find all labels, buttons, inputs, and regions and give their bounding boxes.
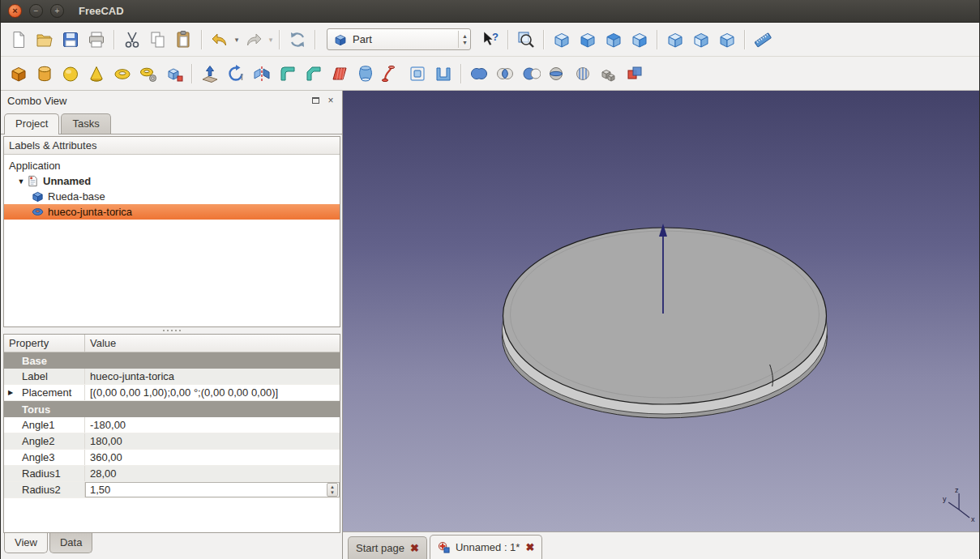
revolve-button[interactable] <box>223 61 249 87</box>
section-button[interactable] <box>544 61 570 87</box>
shape-builder-button[interactable] <box>161 61 187 87</box>
document-tabbar: Start page ✖ Unnamed : 1* ✖ <box>343 531 979 559</box>
property-value[interactable]: 28,00 <box>85 466 340 481</box>
tree-item-application[interactable]: Application <box>4 158 340 173</box>
sweep-button[interactable] <box>379 61 404 87</box>
property-name: Radius2 <box>22 484 61 496</box>
measure-button[interactable] <box>750 27 776 53</box>
compound-button[interactable] <box>596 61 622 87</box>
tree-item-hueco-junta-torica[interactable]: hueco-junta-torica <box>4 204 340 220</box>
cut-button[interactable] <box>119 27 145 53</box>
tab-close-icon[interactable]: ✖ <box>410 543 419 553</box>
expand-arrow-icon[interactable]: ▶ <box>8 389 13 396</box>
spin-down-icon[interactable]: ▼ <box>327 490 337 497</box>
open-document-button[interactable] <box>32 27 58 53</box>
axonometric-view-button[interactable] <box>549 27 575 53</box>
redo-dropdown-arrow[interactable]: ▾ <box>267 36 275 44</box>
tab-unnamed-document[interactable]: Unnamed : 1* ✖ <box>430 535 542 559</box>
panel-float-button[interactable] <box>309 95 322 107</box>
property-value[interactable]: 360,00 <box>85 450 340 465</box>
bottom-view-button[interactable] <box>688 27 714 53</box>
whats-this-button[interactable]: ? <box>477 27 503 53</box>
fillet-button[interactable] <box>275 61 301 87</box>
box-button[interactable] <box>6 61 32 87</box>
value-spinbox[interactable]: ▲▼ <box>327 483 338 497</box>
tree-item-rueda-base[interactable]: Rueda-base <box>4 189 340 204</box>
refresh-button[interactable] <box>285 27 310 53</box>
redo-button[interactable] <box>241 27 267 53</box>
new-document-button[interactable] <box>6 27 32 53</box>
paste-button[interactable] <box>171 27 197 53</box>
undo-dropdown-arrow[interactable]: ▾ <box>233 36 241 44</box>
fit-all-button[interactable] <box>513 27 539 53</box>
property-row-angle3[interactable]: Angle3 360,00 <box>4 450 340 466</box>
column-property[interactable]: Property <box>4 335 85 352</box>
tab-data[interactable]: Data <box>49 533 92 553</box>
mirror-button[interactable] <box>249 61 275 87</box>
tab-project[interactable]: Project <box>4 113 59 134</box>
property-name: Angle1 <box>22 419 54 431</box>
panel-close-button[interactable]: × <box>324 95 337 107</box>
boolean-button[interactable] <box>622 61 648 87</box>
chamfer-button[interactable] <box>301 61 327 87</box>
window-close-button[interactable]: × <box>8 4 22 18</box>
copy-button[interactable] <box>145 27 171 53</box>
thickness-button[interactable] <box>430 61 456 87</box>
property-value[interactable]: hueco-junta-torica <box>85 369 340 384</box>
property-row-placement[interactable]: ▶Placement [(0,00 0,00 1,00);0,00 °;(0,0… <box>4 385 340 401</box>
box-icon <box>9 64 28 83</box>
panel-splitter[interactable] <box>3 327 340 334</box>
axis-label-x: x <box>971 515 975 523</box>
ruled-surface-button[interactable] <box>327 61 353 87</box>
front-view-button[interactable] <box>575 27 601 53</box>
property-row-radius2[interactable]: Radius2 1,50 ▲▼ <box>4 482 340 498</box>
property-value[interactable]: 180,00 <box>85 433 340 449</box>
offset-button[interactable] <box>404 61 430 87</box>
spin-up-icon[interactable]: ▲ <box>327 484 337 490</box>
tab-start-page[interactable]: Start page ✖ <box>348 536 427 559</box>
tab-view[interactable]: View <box>4 533 48 553</box>
loft-button[interactable] <box>353 61 379 87</box>
sphere-button[interactable] <box>58 61 83 87</box>
tab-close-icon[interactable]: ✖ <box>525 542 534 553</box>
property-row-radius1[interactable]: Radius1 28,00 <box>4 466 340 482</box>
property-row-angle1[interactable]: Angle1 -180,00 <box>4 417 340 433</box>
window-minimize-button[interactable]: − <box>29 4 43 18</box>
column-value[interactable]: Value <box>85 335 340 352</box>
expander-icon[interactable]: ▼ <box>15 177 27 186</box>
property-row-angle2[interactable]: Angle2 180,00 <box>4 433 340 450</box>
cross-sections-button[interactable] <box>570 61 596 87</box>
left-view-button[interactable] <box>714 27 740 53</box>
save-button[interactable] <box>58 27 83 53</box>
float-icon <box>312 97 319 104</box>
torus-button[interactable] <box>109 61 135 87</box>
property-row-label[interactable]: Label hueco-junta-torica <box>4 369 340 385</box>
toolbar-separator <box>507 30 509 49</box>
property-value[interactable]: [(0,00 0,00 1,00);0,00 °;(0,00 0,00 0,00… <box>85 385 340 400</box>
primitives-button[interactable] <box>135 61 161 87</box>
tree-column-header: Labels & Attributes <box>4 137 340 155</box>
tree-item-document[interactable]: ▼ Unnamed <box>4 173 340 189</box>
property-value-editor[interactable]: 1,50 ▲▼ <box>85 482 340 497</box>
extrude-button[interactable] <box>197 61 223 87</box>
window-maximize-button[interactable]: + <box>50 4 64 18</box>
tab-tasks[interactable]: Tasks <box>61 113 110 134</box>
right-view-button[interactable] <box>627 27 653 53</box>
viewport-area: z y x Start page ✖ Unnamed : 1* ✖ <box>343 91 979 559</box>
undo-icon <box>210 30 229 49</box>
3d-view[interactable]: z y x <box>343 91 979 531</box>
property-value[interactable]: -180,00 <box>85 417 340 433</box>
rear-view-button[interactable] <box>662 27 688 53</box>
print-button[interactable] <box>83 27 109 53</box>
workbench-selector[interactable]: Part ▲▼ <box>327 28 471 50</box>
workbench-spinner[interactable]: ▲▼ <box>458 31 468 48</box>
cylinder-button[interactable] <box>32 61 58 87</box>
boolean-union-button[interactable] <box>466 61 492 87</box>
undo-button[interactable] <box>207 27 233 53</box>
boolean-common-button[interactable] <box>492 61 518 87</box>
cone-button[interactable] <box>83 61 109 87</box>
property-group-torus: Torus <box>4 401 340 417</box>
boolean-cut-button[interactable] <box>518 61 544 87</box>
top-view-button[interactable] <box>601 27 627 53</box>
property-name: Label <box>22 370 48 382</box>
